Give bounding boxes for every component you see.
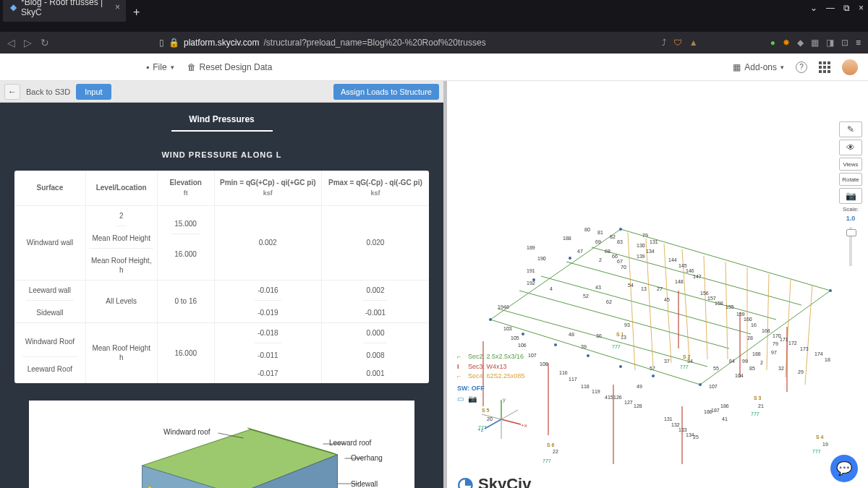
svg-text:189: 189 bbox=[527, 245, 535, 250]
back-to-s3d-link[interactable]: Back to S3D bbox=[26, 87, 70, 96]
visibility-tool[interactable]: 👁 bbox=[839, 140, 862, 155]
ext-icon[interactable]: ● bbox=[770, 38, 775, 48]
brave-shield-icon[interactable]: 🛡 bbox=[673, 38, 682, 48]
app-top-bar: ▪ File ▾ 🗑 Reset Design Data ▦ Add-ons ▾… bbox=[0, 53, 868, 81]
addons-menu[interactable]: ▦ Add-ons ▾ bbox=[733, 62, 784, 72]
svg-text:97: 97 bbox=[771, 350, 777, 355]
section-legend: ⌐Sec2: 2.5x2.5x3/16 ISec3: W4x13 ⌐Sec4: … bbox=[457, 352, 525, 382]
minimize-icon[interactable]: — bbox=[826, 3, 835, 13]
svg-text:188: 188 bbox=[752, 351, 761, 356]
svg-point-48 bbox=[652, 374, 655, 377]
sw-toggle[interactable]: SW: OFF bbox=[457, 385, 485, 392]
svg-text:36: 36 bbox=[596, 333, 602, 338]
views-button[interactable]: Views bbox=[839, 158, 862, 171]
extension-icon[interactable]: ▲ bbox=[689, 38, 698, 48]
lock-icon: 🔒 bbox=[169, 38, 179, 48]
ext-icon[interactable]: ▦ bbox=[811, 38, 819, 48]
svg-text:139: 139 bbox=[637, 254, 645, 259]
new-tab-button[interactable]: + bbox=[126, 3, 147, 22]
axis-gizmo[interactable]: y +x +z bbox=[476, 394, 527, 445]
svg-text:172: 172 bbox=[788, 341, 797, 346]
help-icon[interactable]: ? bbox=[796, 61, 807, 73]
svg-text:131: 131 bbox=[650, 239, 658, 244]
downloads-icon[interactable]: ⊡ bbox=[841, 38, 848, 48]
svg-text:145: 145 bbox=[678, 263, 687, 268]
svg-line-28 bbox=[767, 274, 769, 370]
svg-line-172 bbox=[501, 410, 518, 419]
svg-text:157: 157 bbox=[707, 296, 716, 301]
forward-icon[interactable]: ▷ bbox=[24, 37, 32, 48]
sidebar-icon[interactable]: ◨ bbox=[826, 38, 834, 48]
viewport-3d[interactable]: 189190 191192 4194 6103 105106 107108 18… bbox=[447, 81, 868, 488]
svg-text:68: 68 bbox=[605, 249, 610, 254]
svg-text:168: 168 bbox=[762, 328, 770, 333]
svg-text:188: 188 bbox=[563, 236, 571, 241]
tab-wind-pressures[interactable]: Wind Pressures bbox=[0, 103, 443, 130]
svg-text:13: 13 bbox=[641, 286, 647, 291]
svg-text:158: 158 bbox=[715, 301, 723, 306]
assign-loads-button[interactable]: Assign Loads to Structure bbox=[333, 84, 439, 100]
svg-line-19 bbox=[566, 262, 776, 320]
reload-icon[interactable]: ↻ bbox=[41, 37, 49, 48]
reset-design-button[interactable]: 🗑 Reset Design Data bbox=[187, 62, 273, 72]
svg-text:48: 48 bbox=[569, 332, 574, 337]
svg-text:777: 777 bbox=[751, 411, 760, 416]
svg-text:57: 57 bbox=[650, 366, 655, 371]
scale-label: Scale: bbox=[843, 206, 859, 213]
chevron-down-icon[interactable]: ⌄ bbox=[810, 3, 817, 13]
svg-line-12 bbox=[490, 229, 621, 320]
svg-text:43: 43 bbox=[595, 285, 601, 290]
svg-text:70: 70 bbox=[621, 265, 626, 270]
svg-text:69: 69 bbox=[595, 239, 601, 244]
svg-line-167 bbox=[501, 419, 521, 424]
close-tab-icon[interactable]: × bbox=[115, 2, 120, 12]
address-bar[interactable]: ▯ 🔒 platform.skyciv.com/structural?prelo… bbox=[58, 38, 653, 48]
th-level: Level/Location bbox=[86, 171, 158, 205]
svg-text:108: 108 bbox=[540, 361, 548, 367]
svg-text:83: 83 bbox=[617, 239, 623, 244]
apps-grid-icon[interactable] bbox=[819, 61, 830, 73]
hamburger-icon[interactable]: ≡ bbox=[856, 38, 861, 48]
back-icon[interactable]: ◁ bbox=[7, 37, 15, 48]
svg-text:126: 126 bbox=[613, 395, 622, 400]
scale-slider[interactable] bbox=[849, 227, 852, 266]
view-cam-icons[interactable]: ▭📷 bbox=[457, 395, 477, 403]
back-arrow-button[interactable]: ← bbox=[4, 84, 20, 100]
ext-icon[interactable]: ◆ bbox=[797, 38, 804, 48]
addons-icon: ▦ bbox=[733, 62, 741, 72]
svg-point-39 bbox=[619, 228, 622, 231]
svg-text:34: 34 bbox=[687, 359, 693, 364]
svg-text:S 1: S 1 bbox=[616, 332, 624, 337]
svg-line-169 bbox=[485, 419, 501, 429]
maximize-icon[interactable]: ⧉ bbox=[843, 3, 850, 13]
svg-text:148: 148 bbox=[675, 279, 684, 284]
ext-icon[interactable]: ✸ bbox=[783, 38, 790, 48]
close-window-icon[interactable]: × bbox=[859, 3, 864, 13]
svg-text:82: 82 bbox=[610, 234, 616, 239]
svg-text:134: 134 bbox=[646, 249, 655, 254]
svg-text:415: 415 bbox=[605, 395, 613, 400]
svg-text:133: 133 bbox=[678, 427, 687, 432]
input-tab[interactable]: Input bbox=[76, 84, 111, 100]
avatar[interactable] bbox=[842, 59, 858, 75]
svg-text:144: 144 bbox=[668, 257, 677, 262]
svg-text:47: 47 bbox=[577, 249, 583, 254]
svg-text:S 3: S 3 bbox=[754, 395, 762, 401]
bookmark-icon[interactable]: ▯ bbox=[159, 38, 164, 48]
svg-text:777: 777 bbox=[812, 449, 821, 454]
camera-tool[interactable]: 📷 bbox=[839, 188, 862, 204]
svg-text:32: 32 bbox=[778, 366, 784, 371]
rotate-button[interactable]: Rotate bbox=[839, 173, 862, 186]
browser-tab[interactable]: ◆ *Blog - Roof trusses | SkyC × bbox=[3, 0, 126, 22]
svg-text:29: 29 bbox=[798, 369, 804, 374]
share-icon[interactable]: ⤴ bbox=[662, 38, 666, 48]
svg-text:147: 147 bbox=[693, 274, 702, 279]
edit-tool[interactable]: ✎ bbox=[839, 121, 862, 137]
tab-title: *Blog - Roof trusses | SkyC bbox=[21, 0, 104, 17]
svg-text:84: 84 bbox=[729, 359, 735, 364]
svg-text:49: 49 bbox=[637, 384, 642, 389]
scale-value: 1.0 bbox=[846, 215, 856, 222]
svg-text:2: 2 bbox=[760, 360, 763, 365]
chat-fab[interactable]: 💬 bbox=[830, 455, 858, 482]
file-menu[interactable]: ▪ File ▾ bbox=[146, 62, 174, 72]
